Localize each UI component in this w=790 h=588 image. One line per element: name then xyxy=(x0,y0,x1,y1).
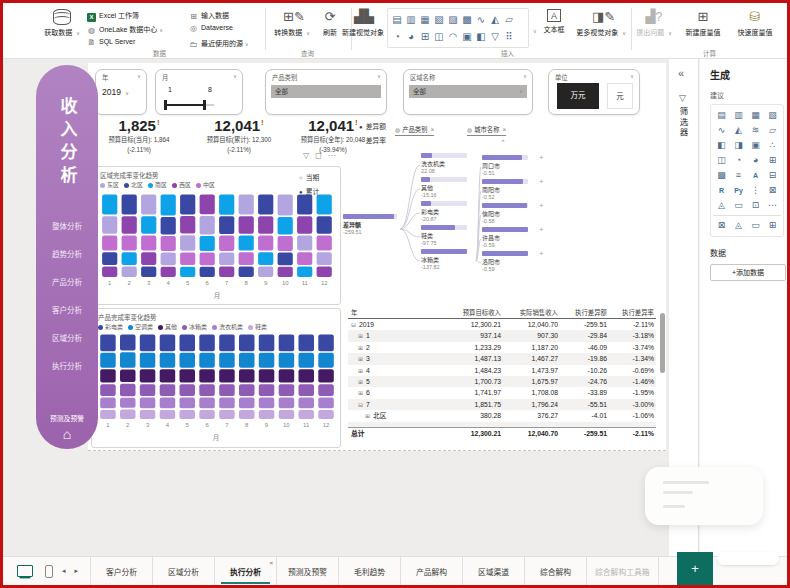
expand-icon[interactable]: ⊞ xyxy=(358,366,366,376)
tree-node-周口市[interactable]: 周口市-0.51 xyxy=(482,155,538,176)
area-chart-icon[interactable]: ◭ xyxy=(730,123,747,138)
filters-pane-label[interactable]: 筛选器 xyxy=(677,107,689,139)
clustered-column-chart-icon[interactable]: ▧ xyxy=(764,108,781,123)
desktop-view-icon[interactable] xyxy=(17,565,33,577)
radio-当期[interactable]: ○当期 xyxy=(299,172,319,182)
waterfall-chart-icon[interactable]: ◬ xyxy=(730,218,747,233)
matrix-icon[interactable]: ◫ xyxy=(713,153,730,168)
sidebar-item-区域分析[interactable]: 区域分析 xyxy=(36,332,98,343)
tab-执行分析[interactable]: 执行分析× xyxy=(214,557,276,586)
stacked-column-chart-icon[interactable]: ▦ xyxy=(418,11,432,28)
table-row[interactable]: ⊞1937.14907.30-29.84-3.18% xyxy=(348,330,656,341)
expand-icon[interactable]: ⊞ xyxy=(358,354,366,364)
tree-collapse-chevron[interactable]: ⌃ xyxy=(500,139,506,147)
excel-workbook-button[interactable]: XExcel 工作簿 xyxy=(87,10,139,22)
tab-综合解构[interactable]: 综合解构 xyxy=(524,557,586,586)
region-slicer-selected[interactable]: 全部∨ xyxy=(409,85,527,98)
table-row[interactable]: ⊞北区380.28376.27-4.01-1.06% xyxy=(348,410,656,421)
clustered-column-chart-icon[interactable]: ▧ xyxy=(432,11,446,28)
year-slicer[interactable]: 年∨ 2019 ∨ xyxy=(95,69,147,115)
table-scrollbar[interactable] xyxy=(660,313,665,373)
gauge-icon[interactable]: ◠ xyxy=(446,28,460,45)
tree-node-洗衣机类[interactable]: 洗衣机类22.08 xyxy=(421,153,477,174)
100-stacked-icon[interactable]: ▩ xyxy=(713,168,730,183)
treemap-icon[interactable]: ◧ xyxy=(474,28,488,45)
product-slicer-selected[interactable]: 全部 xyxy=(271,85,381,98)
expand-plus-icon[interactable]: + xyxy=(539,177,544,186)
tab-scroll-left-icon[interactable]: ◂ xyxy=(62,567,66,575)
clustered-bar-chart-icon[interactable]: ▥ xyxy=(730,108,747,123)
ribbon-chart-icon[interactable]: ⊠ xyxy=(713,218,730,233)
radio-差异率[interactable]: ○差异率 xyxy=(359,135,386,145)
funnel-chart-icon[interactable]: ▭ xyxy=(747,218,764,233)
python-script-icon[interactable]: Py xyxy=(730,183,747,198)
close-icon[interactable]: × xyxy=(430,126,434,133)
sidebar-item-趋势分析[interactable]: 趋势分析 xyxy=(36,248,98,259)
tab-毛利趋势[interactable]: 毛利趋势 xyxy=(338,557,400,586)
table-row[interactable]: ⊞31,487.131,467.27-19.86-1.34% xyxy=(348,353,656,364)
tab-综合解构工具箱[interactable]: 综合解构工具箱 xyxy=(586,557,659,586)
map-icon[interactable]: ▱ xyxy=(764,123,781,138)
multi-row-card-icon[interactable]: ≡ xyxy=(730,168,747,183)
new-visual-button2[interactable]: ▟▙ 新建视觉对象 xyxy=(341,9,385,37)
qa-icon[interactable]: ⊡ xyxy=(747,198,764,213)
tree-level-chip-product[interactable]: ◍产品类别× xyxy=(395,125,434,136)
line-chart-icon[interactable]: ∿ xyxy=(713,123,730,138)
kpi-icon[interactable]: ⊟ xyxy=(764,168,781,183)
expand-plus-icon[interactable]: + xyxy=(539,249,544,258)
transform-data-button[interactable]: ⊞✎ 转换数据 ∨ xyxy=(269,9,315,37)
r-script-icon[interactable]: R xyxy=(713,183,730,198)
month-range-slider[interactable] xyxy=(164,104,214,106)
tab-预测及预警[interactable]: 预测及预警 xyxy=(276,557,338,586)
pie-chart-icon[interactable]: ◔ xyxy=(390,28,404,45)
get-data-button[interactable]: 获取数据 ∨ xyxy=(39,9,85,37)
add-data-button[interactable]: +添加数据 xyxy=(710,264,786,281)
table-row[interactable]: ⊞41,484.231,473.97-10.26-0.69% xyxy=(348,365,656,376)
onelake-hub-button[interactable]: ◍OneLake 数据中心∨ xyxy=(87,24,163,35)
year-slicer-value[interactable]: 2019 ∨ xyxy=(102,87,129,97)
tree-node-信阳市[interactable]: 信阳市-0.58 xyxy=(482,203,538,224)
month-slicer[interactable]: 月∨ 1 8 xyxy=(155,69,243,115)
power-apps-icon[interactable]: ⊠ xyxy=(764,183,781,198)
new-page-button[interactable]: + xyxy=(677,552,713,585)
tab-产品解构[interactable]: 产品解构 xyxy=(400,557,462,586)
table-icon[interactable]: ⊞ xyxy=(418,28,432,45)
tree-node-洛阳市[interactable]: 洛阳市-0.59 xyxy=(482,251,538,272)
tree-root-node[interactable]: 差异额 -259.51 xyxy=(343,214,399,235)
table-row[interactable]: ⊞61,741.971,708.08-33.89-1.95% xyxy=(348,387,656,398)
text-box-button[interactable]: A 文本框 xyxy=(537,9,571,34)
funnel-icon[interactable]: ▽ xyxy=(488,28,502,45)
quick-measure-button[interactable]: ⛁ 快速度量值 xyxy=(731,9,779,37)
expand-icon[interactable]: ⊞ xyxy=(358,388,366,398)
smallmultiples-icon[interactable]: ⊞ xyxy=(764,218,781,233)
treemap-icon[interactable]: ◧ xyxy=(713,138,730,153)
more-visuals-icon[interactable]: ⋯ xyxy=(764,198,781,213)
expand-icon[interactable]: ⊟ xyxy=(351,320,359,330)
stacked-bar-chart-icon[interactable]: ▤ xyxy=(713,108,730,123)
tree-node-冰箱类[interactable]: 冰箱类-137.82 xyxy=(421,249,477,270)
card-icon[interactable]: ▣ xyxy=(747,138,764,153)
sidebar-item-产品分析[interactable]: 产品分析 xyxy=(36,276,98,287)
expand-plus-icon[interactable]: + xyxy=(539,225,544,234)
unit-option-wanyuan[interactable]: 万元 xyxy=(557,83,599,109)
text-box-icon[interactable]: A xyxy=(747,168,764,183)
100-stacked-column-icon[interactable]: ▩ xyxy=(460,11,474,28)
variance-matrix-table[interactable]: 年预算目标收入实际销售收入执行差异额执行差异率⊟201912,300.2112,… xyxy=(348,306,656,438)
slider-handle-end[interactable] xyxy=(203,100,206,110)
close-icon[interactable]: × xyxy=(502,126,506,133)
expand-icon[interactable]: ⊞ xyxy=(365,411,373,421)
slider-handle-start[interactable] xyxy=(164,100,167,110)
tree-level-chip-city[interactable]: ◍城市名称× xyxy=(467,125,506,136)
tree-node-许昌市[interactable]: 许昌市-0.59 xyxy=(482,227,538,248)
table-row[interactable]: ⊟201912,300.2112,040.70-259.51-2.11% xyxy=(348,319,656,330)
map-icon[interactable]: ▱ xyxy=(502,11,516,28)
matrix-icon[interactable]: ◫ xyxy=(432,28,446,45)
tab-客户分析[interactable]: 客户分析 xyxy=(90,557,152,586)
expand-icon[interactable]: ⊞ xyxy=(358,343,366,353)
unit-slicer[interactable]: 单位∨ 万元 元 xyxy=(548,69,640,115)
tree-node-南阳市[interactable]: 南阳市-0.52 xyxy=(482,179,538,200)
pie-chart-icon[interactable]: ◔ xyxy=(730,153,747,168)
donut-chart-icon[interactable]: ◕ xyxy=(404,28,418,45)
gallery-more-button[interactable]: ∨ xyxy=(531,27,537,34)
sql-server-button[interactable]: 🗎SQL Server xyxy=(87,38,135,47)
